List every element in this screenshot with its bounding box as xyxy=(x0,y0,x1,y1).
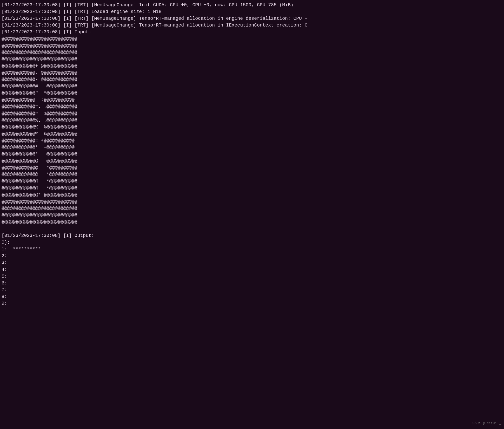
ascii-art-line: @@@@@@@@@@@@* -@@@@@@@@@@ xyxy=(0,144,504,151)
ascii-art-line: @@@@@@@@@@@@@@@@@@@@@@@@@@@ xyxy=(0,42,504,49)
watermark: CSDN @FeiYuil_ xyxy=(473,421,501,426)
output-line: 2: xyxy=(0,252,504,259)
ascii-art-line: @@@@@@@@@@@@= +@@@@@@@@@@@ xyxy=(0,137,504,144)
output-line: 6: xyxy=(0,280,504,287)
log-line: [01/23/2023-17:30:08] [I] Input: xyxy=(0,29,504,35)
output-line: 7: xyxy=(0,287,504,293)
ascii-art-line: @@@@@@@@@@@@- @@@@@@@@@@@@@ xyxy=(0,76,504,83)
ascii-art-line: @@@@@@@@@@@@@ *@@@@@@@@@@ xyxy=(0,171,504,178)
ascii-art-line: @@@@@@@@@@@@%. .@@@@@@@@@@@ xyxy=(0,117,504,124)
terminal-window: [01/23/2023-17:30:08] [I] [TRT] [MemUsag… xyxy=(0,1,504,429)
log-line: [01/23/2023-17:30:08] [I] [TRT] Loaded e… xyxy=(0,8,504,15)
ascii-art-section: @@@@@@@@@@@@@@@@@@@@@@@@@@@@@@@@@@@@@@@@… xyxy=(0,35,504,225)
ascii-art-line: @@@@@@@@@@@@@@@@@@@@@@@@@@@ xyxy=(0,35,504,42)
log-lines-section: [01/23/2023-17:30:08] [I] [TRT] [MemUsag… xyxy=(0,2,504,35)
ascii-art-line: @@@@@@@@@@@@@@@@@@@@@@@@@@@ xyxy=(0,219,504,225)
log-line: [01/23/2023-17:30:08] [I] [TRT] [MemUsag… xyxy=(0,2,504,8)
output-line: 0): xyxy=(0,239,504,246)
output-line: 8: xyxy=(0,293,504,300)
output-line: 9: xyxy=(0,300,504,307)
ascii-art-line: @@@@@@@@@@@@@* @@@@@@@@@@@@ xyxy=(0,192,504,198)
ascii-art-line: @@@@@@@@@@@@% %@@@@@@@@@@@ xyxy=(0,124,504,131)
output-line: 5: xyxy=(0,273,504,280)
output-section: [01/23/2023-17:30:08] [I] Output:0):1: *… xyxy=(0,232,504,307)
ascii-art-line: @@@@@@@@@@@@ :@@@@@@@@@@@ xyxy=(0,96,504,103)
ascii-art-line: @@@@@@@@@@@@* @@@@@@@@@@@ xyxy=(0,151,504,158)
ascii-art-line: @@@@@@@@@@@@@@@@@@@@@@@@@@@ xyxy=(0,198,504,205)
ascii-art-line: @@@@@@@@@@@@@ @@@@@@@@@@@ xyxy=(0,158,504,164)
ascii-art-line: @@@@@@@@@@@@@@@@@@@@@@@@@@@ xyxy=(0,212,504,219)
ascii-art-line: @@@@@@@@@@@@@ *@@@@@@@@@@ xyxy=(0,164,504,171)
output-line: 4: xyxy=(0,266,504,273)
output-header: [01/23/2023-17:30:08] [I] Output: xyxy=(0,232,504,239)
ascii-art-line: @@@@@@@@@@@@# *@@@@@@@@@@@ xyxy=(0,90,504,96)
ascii-art-line: @@@@@@@@@@@@@@@@@@@@@@@@@@@ xyxy=(0,56,504,63)
ascii-art-line: @@@@@@@@@@@@. @@@@@@@@@@@@@ xyxy=(0,69,504,76)
ascii-art-line: @@@@@@@@@@@@@ *@@@@@@@@@@ xyxy=(0,178,504,185)
log-line: [01/23/2023-17:30:08] [I] [TRT] [MemUsag… xyxy=(0,22,504,29)
ascii-art-line: @@@@@@@@@@@@@ *@@@@@@@@@@ xyxy=(0,185,504,192)
ascii-art-line: @@@@@@@@@@@@% %@@@@@@@@@@@ xyxy=(0,131,504,137)
ascii-art-line: @@@@@@@@@@@@# %@@@@@@@@@@@ xyxy=(0,110,504,117)
ascii-art-line: @@@@@@@@@@@@=. .@@@@@@@@@@@ xyxy=(0,103,504,110)
output-line: 3: xyxy=(0,259,504,266)
ascii-art-line: @@@@@@@@@@@@+ @@@@@@@@@@@@@ xyxy=(0,63,504,69)
output-line: 1: ********** xyxy=(0,246,504,252)
ascii-art-line: @@@@@@@@@@@@@@@@@@@@@@@@@@@ xyxy=(0,205,504,212)
ascii-art-line: @@@@@@@@@@@@@@@@@@@@@@@@@@@ xyxy=(0,49,504,56)
log-line: [01/23/2023-17:30:08] [I] [TRT] [MemUsag… xyxy=(0,15,504,22)
ascii-art-line: @@@@@@@@@@@@# @@@@@@@@@@@ xyxy=(0,83,504,90)
